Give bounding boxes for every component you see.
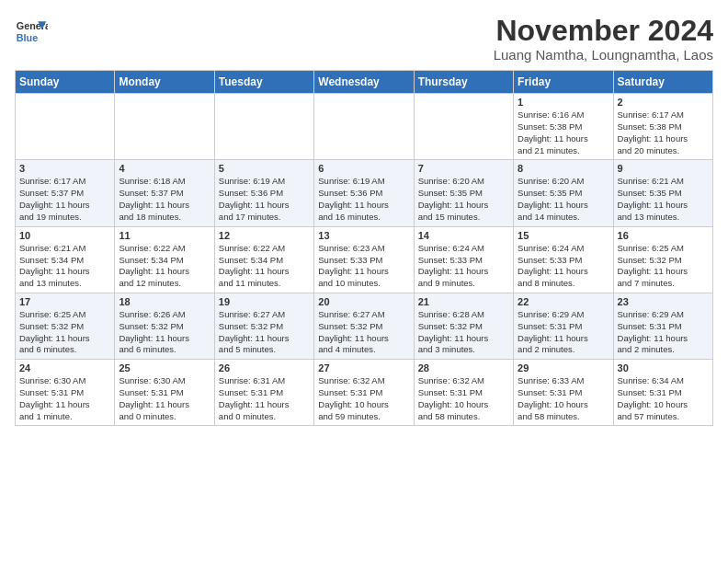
- calendar-cell: 12Sunrise: 6:22 AM Sunset: 5:34 PM Dayli…: [214, 226, 313, 293]
- day-info: Sunrise: 6:33 AM Sunset: 5:31 PM Dayligh…: [518, 375, 609, 422]
- weekday-header-friday: Friday: [514, 71, 613, 94]
- day-info: Sunrise: 6:19 AM Sunset: 5:36 PM Dayligh…: [318, 176, 409, 223]
- day-number: 10: [19, 230, 110, 241]
- calendar-cell: 21Sunrise: 6:28 AM Sunset: 5:32 PM Dayli…: [414, 293, 513, 359]
- day-number: 12: [219, 230, 310, 241]
- weekday-header-thursday: Thursday: [414, 71, 513, 94]
- day-info: Sunrise: 6:27 AM Sunset: 5:32 PM Dayligh…: [219, 309, 310, 356]
- calendar-cell: 13Sunrise: 6:23 AM Sunset: 5:33 PM Dayli…: [314, 226, 414, 293]
- calendar-cell: 9Sunrise: 6:21 AM Sunset: 5:35 PM Daylig…: [613, 160, 712, 226]
- day-number: 17: [19, 296, 110, 307]
- day-number: 21: [418, 296, 509, 307]
- calendar-cell: 3Sunrise: 6:17 AM Sunset: 5:37 PM Daylig…: [16, 160, 115, 226]
- title-block: November 2024 Luang Namtha, Loungnamtha,…: [494, 15, 713, 63]
- day-info: Sunrise: 6:21 AM Sunset: 5:35 PM Dayligh…: [618, 176, 709, 223]
- calendar-cell: 20Sunrise: 6:27 AM Sunset: 5:32 PM Dayli…: [314, 293, 414, 359]
- svg-text:Blue: Blue: [17, 32, 38, 43]
- day-info: Sunrise: 6:27 AM Sunset: 5:32 PM Dayligh…: [318, 309, 409, 356]
- day-number: 11: [119, 230, 210, 241]
- weekday-header-row: SundayMondayTuesdayWednesdayThursdayFrid…: [16, 71, 713, 94]
- day-info: Sunrise: 6:30 AM Sunset: 5:31 PM Dayligh…: [119, 375, 210, 422]
- calendar-cell: 18Sunrise: 6:26 AM Sunset: 5:32 PM Dayli…: [115, 293, 214, 359]
- day-info: Sunrise: 6:23 AM Sunset: 5:33 PM Dayligh…: [318, 243, 409, 290]
- day-number: 18: [119, 296, 210, 307]
- day-number: 26: [219, 362, 310, 373]
- calendar-cell: [214, 94, 313, 160]
- calendar-cell: 6Sunrise: 6:19 AM Sunset: 5:36 PM Daylig…: [314, 160, 414, 226]
- calendar-cell: 2Sunrise: 6:17 AM Sunset: 5:38 PM Daylig…: [613, 94, 712, 160]
- day-number: 15: [518, 230, 609, 241]
- day-number: 2: [618, 97, 709, 108]
- logo-icon: General Blue: [15, 15, 48, 48]
- calendar-cell: 16Sunrise: 6:25 AM Sunset: 5:32 PM Dayli…: [613, 226, 712, 293]
- calendar-cell: 19Sunrise: 6:27 AM Sunset: 5:32 PM Dayli…: [214, 293, 313, 359]
- calendar-cell: 17Sunrise: 6:25 AM Sunset: 5:32 PM Dayli…: [16, 293, 115, 359]
- day-info: Sunrise: 6:25 AM Sunset: 5:32 PM Dayligh…: [19, 309, 110, 356]
- day-number: 3: [19, 163, 110, 174]
- location-title: Luang Namtha, Loungnamtha, Laos: [494, 47, 713, 63]
- day-info: Sunrise: 6:21 AM Sunset: 5:34 PM Dayligh…: [19, 243, 110, 290]
- calendar-cell: 7Sunrise: 6:20 AM Sunset: 5:35 PM Daylig…: [414, 160, 513, 226]
- day-info: Sunrise: 6:31 AM Sunset: 5:31 PM Dayligh…: [219, 375, 310, 422]
- day-number: 6: [318, 163, 409, 174]
- calendar-cell: 14Sunrise: 6:24 AM Sunset: 5:33 PM Dayli…: [414, 226, 513, 293]
- calendar-cell: 10Sunrise: 6:21 AM Sunset: 5:34 PM Dayli…: [16, 226, 115, 293]
- day-info: Sunrise: 6:24 AM Sunset: 5:33 PM Dayligh…: [518, 243, 609, 290]
- weekday-header-tuesday: Tuesday: [214, 71, 313, 94]
- day-info: Sunrise: 6:19 AM Sunset: 5:36 PM Dayligh…: [219, 176, 310, 223]
- day-info: Sunrise: 6:32 AM Sunset: 5:31 PM Dayligh…: [418, 375, 509, 422]
- calendar-cell: [414, 94, 513, 160]
- day-number: 24: [19, 362, 110, 373]
- day-number: 9: [618, 163, 709, 174]
- calendar-week-3: 17Sunrise: 6:25 AM Sunset: 5:32 PM Dayli…: [16, 293, 713, 359]
- day-info: Sunrise: 6:30 AM Sunset: 5:31 PM Dayligh…: [19, 375, 110, 422]
- day-number: 8: [518, 163, 609, 174]
- day-info: Sunrise: 6:26 AM Sunset: 5:32 PM Dayligh…: [119, 309, 210, 356]
- day-info: Sunrise: 6:22 AM Sunset: 5:34 PM Dayligh…: [219, 243, 310, 290]
- day-number: 4: [119, 163, 210, 174]
- calendar-cell: 27Sunrise: 6:32 AM Sunset: 5:31 PM Dayli…: [314, 360, 414, 426]
- day-info: Sunrise: 6:29 AM Sunset: 5:31 PM Dayligh…: [518, 309, 609, 356]
- day-number: 16: [618, 230, 709, 241]
- calendar-week-1: 3Sunrise: 6:17 AM Sunset: 5:37 PM Daylig…: [16, 160, 713, 226]
- calendar-cell: [16, 94, 115, 160]
- page-header: General Blue November 2024 Luang Namtha,…: [15, 15, 713, 63]
- calendar-cell: 24Sunrise: 6:30 AM Sunset: 5:31 PM Dayli…: [16, 360, 115, 426]
- day-info: Sunrise: 6:34 AM Sunset: 5:31 PM Dayligh…: [618, 375, 709, 422]
- logo: General Blue: [15, 15, 48, 48]
- day-info: Sunrise: 6:18 AM Sunset: 5:37 PM Dayligh…: [119, 176, 210, 223]
- day-number: 29: [518, 362, 609, 373]
- day-number: 13: [318, 230, 409, 241]
- weekday-header-wednesday: Wednesday: [314, 71, 414, 94]
- calendar-cell: 23Sunrise: 6:29 AM Sunset: 5:31 PM Dayli…: [613, 293, 712, 359]
- calendar-cell: [115, 94, 214, 160]
- day-number: 14: [418, 230, 509, 241]
- calendar-cell: 15Sunrise: 6:24 AM Sunset: 5:33 PM Dayli…: [514, 226, 613, 293]
- day-info: Sunrise: 6:20 AM Sunset: 5:35 PM Dayligh…: [418, 176, 509, 223]
- calendar-week-4: 24Sunrise: 6:30 AM Sunset: 5:31 PM Dayli…: [16, 360, 713, 426]
- calendar-cell: 4Sunrise: 6:18 AM Sunset: 5:37 PM Daylig…: [115, 160, 214, 226]
- day-number: 27: [318, 362, 409, 373]
- calendar-week-0: 1Sunrise: 6:16 AM Sunset: 5:38 PM Daylig…: [16, 94, 713, 160]
- day-number: 22: [518, 296, 609, 307]
- day-info: Sunrise: 6:17 AM Sunset: 5:37 PM Dayligh…: [19, 176, 110, 223]
- calendar-cell: 22Sunrise: 6:29 AM Sunset: 5:31 PM Dayli…: [514, 293, 613, 359]
- day-number: 23: [618, 296, 709, 307]
- calendar-cell: 8Sunrise: 6:20 AM Sunset: 5:35 PM Daylig…: [514, 160, 613, 226]
- day-info: Sunrise: 6:25 AM Sunset: 5:32 PM Dayligh…: [618, 243, 709, 290]
- calendar-cell: 11Sunrise: 6:22 AM Sunset: 5:34 PM Dayli…: [115, 226, 214, 293]
- calendar-cell: 25Sunrise: 6:30 AM Sunset: 5:31 PM Dayli…: [115, 360, 214, 426]
- day-number: 20: [318, 296, 409, 307]
- calendar-cell: [314, 94, 414, 160]
- calendar-cell: 1Sunrise: 6:16 AM Sunset: 5:38 PM Daylig…: [514, 94, 613, 160]
- day-number: 28: [418, 362, 509, 373]
- day-info: Sunrise: 6:16 AM Sunset: 5:38 PM Dayligh…: [518, 109, 609, 156]
- calendar-cell: 26Sunrise: 6:31 AM Sunset: 5:31 PM Dayli…: [214, 360, 313, 426]
- day-number: 1: [518, 97, 609, 108]
- day-number: 25: [119, 362, 210, 373]
- calendar-cell: 5Sunrise: 6:19 AM Sunset: 5:36 PM Daylig…: [214, 160, 313, 226]
- day-info: Sunrise: 6:29 AM Sunset: 5:31 PM Dayligh…: [618, 309, 709, 356]
- weekday-header-monday: Monday: [115, 71, 214, 94]
- day-info: Sunrise: 6:17 AM Sunset: 5:38 PM Dayligh…: [618, 109, 709, 156]
- calendar-table: SundayMondayTuesdayWednesdayThursdayFrid…: [15, 70, 713, 426]
